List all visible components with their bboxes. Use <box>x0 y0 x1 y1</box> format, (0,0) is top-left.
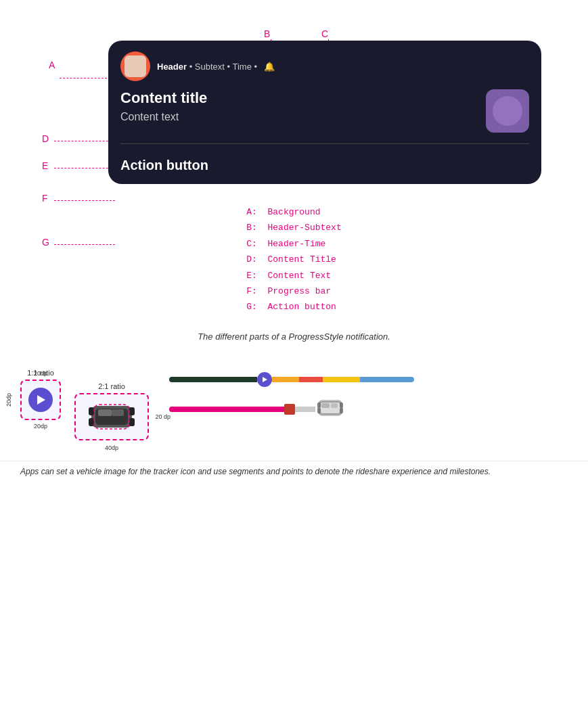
bottom-caption: Apps can set a vehicle image for the tra… <box>0 461 588 487</box>
content-text: Content text <box>120 111 478 123</box>
svg-rect-3 <box>112 409 124 416</box>
dp-20-bottom: 20dp <box>34 423 47 430</box>
svg-rect-2 <box>98 409 112 416</box>
legend-section: A: Background B: Header-Subtext C: Heade… <box>0 198 588 322</box>
header-rest: • Subtext • Time • <box>187 62 257 72</box>
notif-header: Header • Subtext • Time • 🔔 <box>108 41 541 87</box>
pb-play-button[interactable] <box>257 372 272 387</box>
avatar <box>120 51 150 81</box>
notif-header-text: Header • Subtext • Time • 🔔 <box>157 62 529 72</box>
line-a <box>60 78 107 78</box>
notif-body: Content title Content text <box>108 87 541 138</box>
svg-rect-11 <box>321 403 330 408</box>
label-c: C <box>321 28 328 39</box>
dp-20-left: 20dp <box>5 393 12 407</box>
label-d: D <box>42 133 49 144</box>
svg-rect-12 <box>331 403 338 408</box>
top-progress-row <box>169 372 561 387</box>
pb-pink-1 <box>169 407 284 412</box>
label-f: F <box>42 193 48 204</box>
avatar-inner <box>125 55 146 77</box>
line-f <box>54 200 115 201</box>
legend-item-e: E: Content Text <box>246 268 341 283</box>
pb-dark-segment <box>169 377 257 382</box>
pb-blue-1 <box>360 377 414 382</box>
svg-rect-6 <box>89 418 94 426</box>
label-b: B <box>264 28 270 39</box>
line-g <box>54 244 115 245</box>
notif-image-inner <box>493 96 522 126</box>
notif-image <box>486 89 529 133</box>
play-circle-icon <box>28 388 53 412</box>
line-e <box>54 168 115 168</box>
content-title: Content title <box>120 89 478 107</box>
progress-bars-area <box>169 362 561 419</box>
icon-2-1-container: 2:1 ratio 20 dp <box>74 382 149 440</box>
legend-item-g: G: Action button <box>246 299 341 315</box>
dp-20-top: 20dp <box>34 370 47 377</box>
bottom-progress-row <box>169 399 561 419</box>
car-svg <box>85 401 139 433</box>
bell-icon: 🔔 <box>264 62 275 72</box>
icons-area: 1:1 ratio 20dp 20dp 20dp 2:1 ratio 2 <box>20 362 149 440</box>
pb-gray-1 <box>295 407 315 412</box>
pb-play-triangle <box>263 377 267 382</box>
dp-20-right: 20 dp <box>155 413 171 420</box>
svg-rect-4 <box>89 407 94 415</box>
car-tracker-icon <box>317 399 344 419</box>
diagram-section: A B C D E F G Header • Subtext • Time • … <box>0 0 588 198</box>
diagram-caption: The different parts of a ProgressStyle n… <box>0 322 588 355</box>
label-e: E <box>42 160 48 171</box>
bottom-section: 1:1 ratio 20dp 20dp 20dp 2:1 ratio 2 <box>0 355 588 454</box>
legend-item-a: A: Background <box>246 204 341 220</box>
pb-orange-1 <box>272 377 299 382</box>
pb-square-marker <box>284 404 295 415</box>
label-a: A <box>49 60 55 70</box>
legend-list: A: Background B: Header-Subtext C: Heade… <box>246 204 341 315</box>
svg-rect-7 <box>129 418 135 426</box>
svg-rect-5 <box>129 407 135 415</box>
legend-item-b: B: Header-Subtext <box>246 220 341 235</box>
legend-item-c: C: Header-Time <box>246 236 341 252</box>
pb-red-1 <box>299 377 323 382</box>
progress-bar-divider <box>120 143 529 144</box>
pb-yellow-1 <box>323 377 360 382</box>
legend-item-f: F: Progress bar <box>246 283 341 299</box>
legend-item-d: D: Content Title <box>246 252 341 267</box>
icon-box-small <box>20 380 61 420</box>
action-button[interactable]: Action button <box>108 150 541 184</box>
dp-40: 40dp <box>105 444 118 451</box>
label-g: G <box>42 237 49 248</box>
play-triangle-icon <box>37 395 45 405</box>
notification-card: Header • Subtext • Time • 🔔 Content titl… <box>108 41 541 184</box>
icon-1-1-container: 1:1 ratio 20dp 20dp 20dp <box>20 369 61 420</box>
icon-box-wide <box>74 393 149 440</box>
ratio-2-1-label: 2:1 ratio <box>98 382 125 390</box>
header-bold: Header <box>157 62 187 72</box>
line-d <box>54 141 115 141</box>
notif-content: Content title Content text <box>120 89 478 123</box>
